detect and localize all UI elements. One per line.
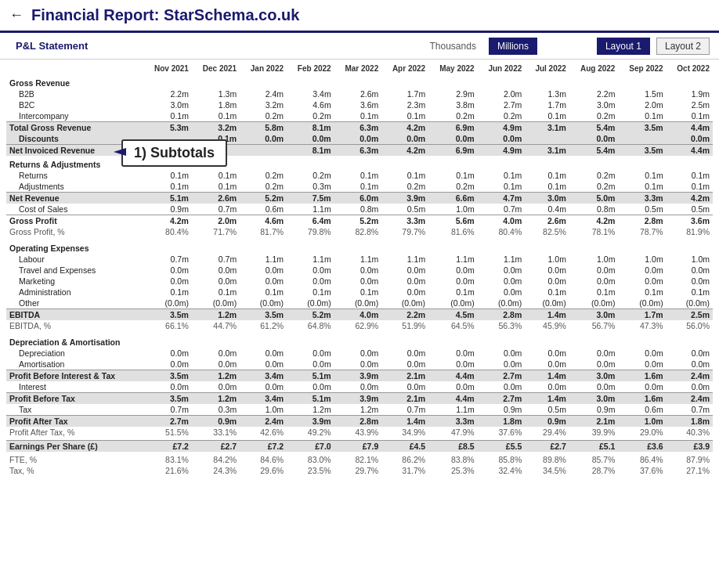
data-cell: 0.0m [428,348,478,359]
data-cell [334,334,382,348]
data-cell: 6.6m [428,193,478,204]
data-cell: 2.1m [381,393,428,405]
data-cell: 1.8m [192,99,240,110]
data-cell: (0.0m) [192,298,240,309]
data-cell: 0.0m [478,348,526,359]
data-cell: 0.2m [428,110,478,122]
col-dec2021: Dec 2021 [192,63,240,74]
data-cell: 5.0m [569,193,619,204]
data-cell: 0.0m [334,265,382,276]
data-cell: £7.9 [334,440,382,452]
back-arrow-icon[interactable]: ← [9,7,23,23]
data-cell: (0.0m) [240,298,287,309]
data-cell: 64.5% [428,320,478,331]
data-cell: 0.0m [618,348,666,359]
data-cell: 34.5% [525,465,569,476]
data-cell [334,74,382,88]
data-cell: 0.9m [192,416,240,427]
data-cell: 1.4m [525,393,569,405]
data-cell: 0.7m [143,254,192,265]
data-cell: 0.3m [287,181,334,193]
data-cell: 81.7% [240,226,287,237]
data-cell: 0.0m [569,359,619,370]
data-cell: 3.4m [240,370,287,382]
data-cell: £7.2 [143,440,192,452]
data-cell: 1.0m [428,204,478,215]
unit-millions-btn[interactable]: Millions [489,38,537,55]
data-cell: 0.0m [667,265,713,276]
col-jan2022: Jan 2022 [240,63,287,74]
data-cell: 1.9m [667,88,713,99]
data-cell: 8.1m [287,145,334,157]
data-cell: 5.4m [569,145,619,157]
unit-thousands[interactable]: Thousands [424,38,482,54]
data-cell: 0.0m [569,133,619,145]
data-cell [667,240,713,254]
data-cell: 3.6m [334,99,382,110]
data-cell: 0.0m [381,276,428,287]
data-cell [381,240,428,254]
pnl-tab[interactable]: P&L Statement [9,37,94,55]
data-cell: 2.0m [192,215,240,227]
data-cell: 8.1m [287,122,334,134]
data-cell: 89.8% [525,454,569,465]
data-cell [618,74,666,88]
data-cell: 0.1m [334,287,382,298]
data-cell: 4.9m [478,122,526,134]
table-row: Administration0.1m0.1m0.1m0.1m0.1m0.0m0.… [6,287,713,298]
data-cell: 0.2m [240,181,287,193]
data-cell: 3.1m [525,122,569,134]
data-cell: 2.6m [192,193,240,204]
data-cell: 0.0m [667,276,713,287]
data-cell: 0.0m [478,276,526,287]
data-cell [240,156,287,170]
data-cell: 0.1m [192,110,240,122]
page-title: Financial Report: StarSchema.co.uk [31,6,299,24]
data-cell: 0.2m [569,181,619,193]
data-cell: 0.0m [428,381,478,393]
data-cell: 33.1% [192,427,240,438]
data-cell [569,156,619,170]
data-cell: 3.3m [618,193,666,204]
row-label: Profit After Tax [6,416,143,427]
data-cell: 3.0m [569,309,619,321]
data-cell: 0.1m [381,110,428,122]
table-row: Profit After Tax2.7m0.9m2.4m3.9m2.8m1.4m… [6,416,713,427]
data-cell: 2.4m [240,88,287,99]
data-cell: 49.2% [287,427,334,438]
data-cell: 0.1m [667,181,713,193]
layout2-btn[interactable]: Layout 2 [656,38,710,55]
data-cell: 0.0m [525,276,569,287]
data-cell: 1.1m [240,254,287,265]
data-cell: 1.7m [618,309,666,321]
data-cell: 0.0m [143,276,192,287]
data-cell: 0.0m [381,348,428,359]
table-row: Travel and Expenses0.0m0.0m0.0m0.0m0.0m0… [6,265,713,276]
layout1-btn[interactable]: Layout 1 [597,38,650,55]
col-may2022: May 2022 [428,63,478,74]
data-cell: 71.7% [192,226,240,237]
data-cell: 4.2m [381,122,428,134]
row-label: EBITDA, % [6,320,143,331]
main-content: Nov 2021 Dec 2021 Jan 2022 Feb 2022 Mar … [0,60,719,479]
data-cell [192,240,240,254]
data-cell: 1.6m [618,370,666,382]
data-cell: 0.0m [478,287,526,298]
data-cell [287,240,334,254]
data-cell [240,240,287,254]
data-cell: 0.1m [618,287,666,298]
data-cell: 0.1m [192,181,240,193]
data-cell: (0.0m) [618,298,666,309]
data-cell [569,334,619,348]
data-cell: 3.0m [525,193,569,204]
data-cell: 1.3m [192,88,240,99]
data-cell: 2.7m [478,370,526,382]
row-label: Cost of Sales [6,204,143,215]
data-cell: 0.1m [525,110,569,122]
data-cell: 0.1m [143,110,192,122]
data-cell: 0.0m [428,133,478,145]
row-label: Gross Profit, % [6,226,143,237]
data-cell: £4.5 [381,440,428,452]
data-cell: (0.0m) [525,298,569,309]
row-label: EBITDA [6,309,143,321]
